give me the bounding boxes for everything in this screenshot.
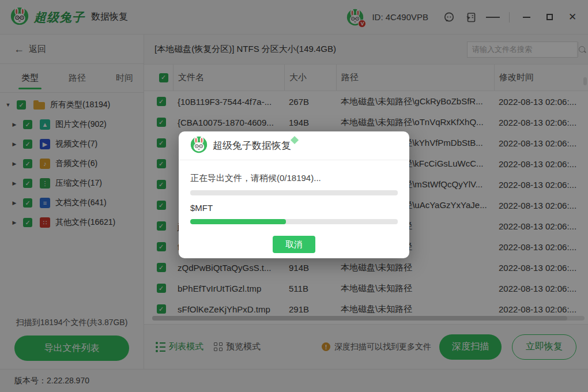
- dialog-rabbit-logo-icon: [190, 136, 208, 156]
- current-file-label: $MFT: [190, 203, 398, 213]
- export-status-text: 正在导出文件，请稍候(0/18194)...: [190, 173, 398, 184]
- total-progress-bar: [190, 190, 398, 195]
- file-progress-bar: [190, 219, 398, 224]
- app-window: 超级兔子 数据恢复 V ID: 4C490VPB: [0, 0, 588, 392]
- diamond-decoration: [291, 136, 299, 144]
- dialog-title: 超级兔子数据恢复: [213, 139, 291, 152]
- cancel-button[interactable]: 取消: [273, 236, 315, 253]
- export-progress-dialog: 超级兔子数据恢复 正在导出文件，请稍候(0/18194)... $MFT 取消: [179, 131, 409, 258]
- dialog-header: 超级兔子数据恢复: [179, 131, 409, 160]
